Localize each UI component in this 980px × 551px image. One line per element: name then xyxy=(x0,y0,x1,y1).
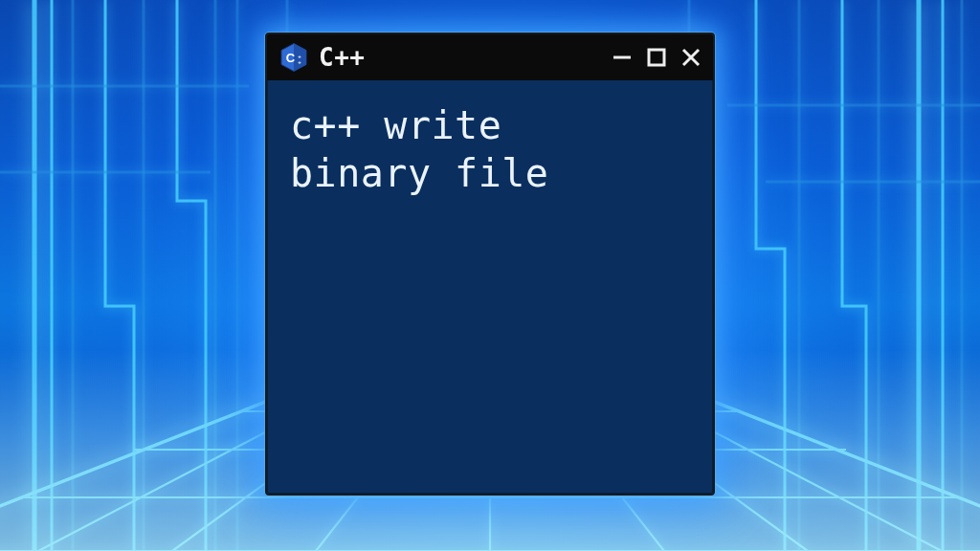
svg-text:+: + xyxy=(298,54,301,59)
minimize-button[interactable] xyxy=(612,47,633,68)
svg-rect-6 xyxy=(649,50,664,65)
maximize-button[interactable] xyxy=(646,47,667,68)
svg-text:+: + xyxy=(298,59,301,65)
window-content: c++ write binary file xyxy=(267,80,713,494)
terminal-window: C + + C++ c++ write binary file xyxy=(265,33,715,496)
close-button[interactable] xyxy=(680,47,702,68)
window-title: C++ xyxy=(319,43,365,72)
titlebar: C + + C++ xyxy=(267,34,713,80)
cpp-icon: C + + xyxy=(278,42,309,73)
window-controls xyxy=(612,47,702,68)
svg-text:C: C xyxy=(286,51,296,65)
